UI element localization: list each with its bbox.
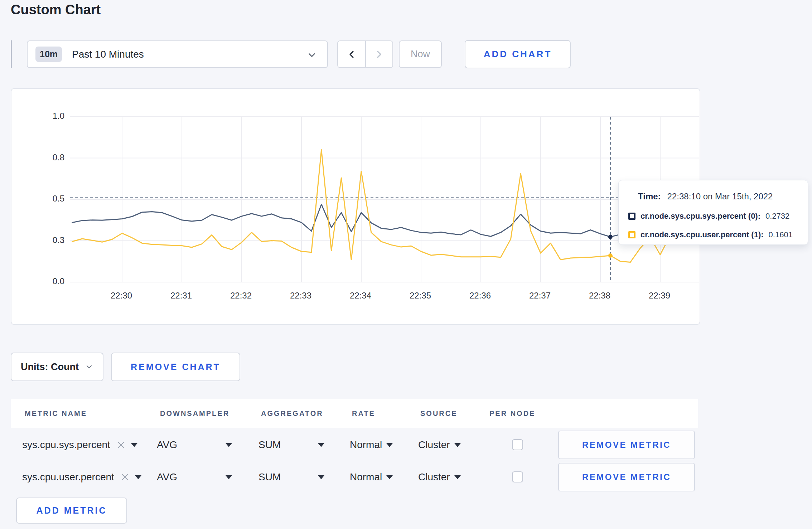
now-button[interactable]: Now <box>399 40 442 68</box>
chart-panel <box>11 88 700 325</box>
source-select[interactable]: Cluster <box>418 462 461 492</box>
aggregator-caret[interactable] <box>318 462 324 492</box>
per-node-checkbox[interactable] <box>512 439 523 450</box>
tooltip-series-row: cr.node.sys.cpu.user.percent (1): 0.1601 <box>628 230 793 239</box>
downsampler-value: AVG <box>157 439 177 451</box>
tooltip-series-value: 0.2732 <box>765 212 789 221</box>
chevron-down-icon <box>306 50 317 60</box>
metric-name-cell[interactable]: sys.cpu.sys.percent <box>22 430 137 460</box>
caret-down-icon <box>454 443 461 447</box>
chevron-down-icon <box>85 363 93 371</box>
remove-tag-x-icon[interactable] <box>121 473 129 481</box>
tooltip-series-row: cr.node.sys.cpu.sys.percent (0): 0.2732 <box>628 212 789 221</box>
caret-down-icon[interactable] <box>135 475 141 479</box>
downsampler-caret[interactable] <box>226 430 232 460</box>
downsampler-select[interactable]: AVG <box>157 462 177 492</box>
time-nav-group <box>337 40 393 68</box>
caret-down-icon <box>318 443 324 447</box>
caret-down-icon <box>386 475 393 479</box>
metric-table-row: sys.cpu.sys.percent AVG SUM Normal Clust… <box>11 430 698 460</box>
col-header-downsampler: DOWNSAMPLER <box>160 399 229 428</box>
metric-name-label: sys.cpu.user.percent <box>22 471 114 483</box>
chart-hover-tooltip: Time: 22:38:10 on Mar 15th, 2022 cr.node… <box>618 180 808 245</box>
prev-timerange-button[interactable] <box>338 41 365 67</box>
col-header-source: SOURCE <box>420 399 458 428</box>
series-swatch-user-icon <box>628 231 635 238</box>
per-node-checkbox[interactable] <box>512 471 523 482</box>
aggregator-caret[interactable] <box>318 430 324 460</box>
col-header-aggregator: AGGREGATOR <box>261 399 323 428</box>
time-range-dropdown[interactable]: 10m Past 10 Minutes <box>27 40 328 68</box>
tooltip-time-label: Time: <box>638 191 661 202</box>
caret-down-icon <box>454 475 461 479</box>
aggregator-value: SUM <box>258 439 281 451</box>
caret-down-icon <box>226 443 232 447</box>
line-chart[interactable] <box>11 89 701 326</box>
aggregator-value: SUM <box>258 471 281 483</box>
time-range-badge: 10m <box>35 47 62 62</box>
chevron-left-icon <box>346 49 357 60</box>
remove-metric-button[interactable]: REMOVE METRIC <box>558 463 695 491</box>
add-metric-button[interactable]: ADD METRIC <box>16 498 127 524</box>
aggregator-select[interactable]: SUM <box>258 430 281 460</box>
source-value: Cluster <box>418 471 450 483</box>
chevron-right-icon <box>373 49 385 60</box>
next-timerange-button[interactable] <box>365 41 392 67</box>
rate-value: Normal <box>350 471 382 483</box>
tooltip-series-name: cr.node.sys.cpu.sys.percent (0): <box>641 212 760 221</box>
time-range-label: Past 10 Minutes <box>72 49 144 60</box>
units-label: Units: Count <box>21 361 79 373</box>
tooltip-series-name: cr.node.sys.cpu.user.percent (1): <box>641 230 764 239</box>
aggregator-select[interactable]: SUM <box>258 462 281 492</box>
source-select[interactable]: Cluster <box>418 430 461 460</box>
rate-select[interactable]: Normal <box>350 430 393 460</box>
caret-down-icon[interactable] <box>131 443 137 447</box>
tooltip-series-value: 0.1601 <box>769 230 793 239</box>
metric-name-label: sys.cpu.sys.percent <box>22 439 110 451</box>
col-header-metric-name: METRIC NAME <box>25 399 87 428</box>
caret-down-icon <box>386 443 393 447</box>
tooltip-time-row: Time: 22:38:10 on Mar 15th, 2022 <box>638 191 773 202</box>
toolbar-accent-bar <box>11 40 12 68</box>
rate-value: Normal <box>350 439 382 451</box>
caret-down-icon <box>318 475 324 479</box>
series-swatch-sys-icon <box>628 213 635 220</box>
downsampler-caret[interactable] <box>226 462 232 492</box>
units-dropdown[interactable]: Units: Count <box>11 353 103 381</box>
caret-down-icon <box>226 475 232 479</box>
metrics-table-header: METRIC NAME DOWNSAMPLER AGGREGATOR RATE … <box>11 399 698 428</box>
col-header-rate: RATE <box>352 399 375 428</box>
remove-tag-x-icon[interactable] <box>117 441 125 449</box>
downsampler-select[interactable]: AVG <box>157 430 177 460</box>
tooltip-time-value: 22:38:10 on Mar 15th, 2022 <box>667 191 773 202</box>
rate-select[interactable]: Normal <box>350 462 393 492</box>
remove-metric-button[interactable]: REMOVE METRIC <box>558 431 695 459</box>
col-header-per-node: PER NODE <box>489 399 535 428</box>
downsampler-value: AVG <box>157 471 177 483</box>
source-value: Cluster <box>418 439 450 451</box>
remove-chart-button[interactable]: REMOVE CHART <box>111 353 240 381</box>
metric-name-cell[interactable]: sys.cpu.user.percent <box>22 462 141 492</box>
add-chart-button[interactable]: ADD CHART <box>465 40 571 68</box>
metric-table-row: sys.cpu.user.percent AVG SUM Normal Clus… <box>11 462 698 492</box>
page-title: Custom Chart <box>11 2 101 18</box>
